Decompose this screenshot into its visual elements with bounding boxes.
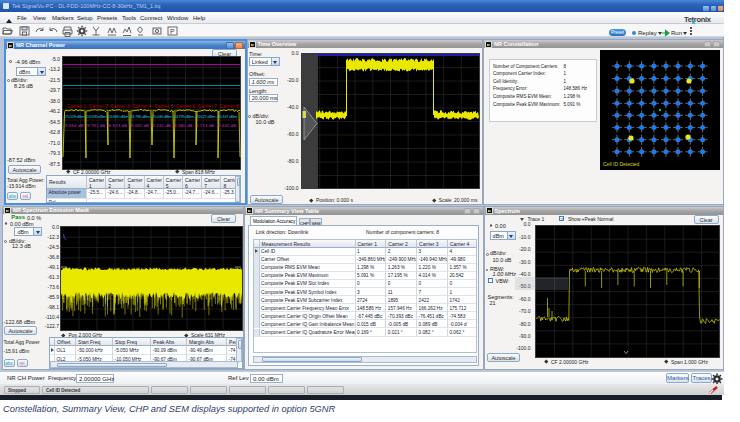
svg-text:-24.695 dBm: -24.695 dBm xyxy=(85,114,107,119)
svg-text:-9.654 dB: -9.654 dB xyxy=(64,123,84,128)
svg-text:-25.347 dBm: -25.347 dBm xyxy=(216,114,238,119)
svg-text:-24.795 dBm: -24.795 dBm xyxy=(173,114,195,119)
svg-text:-9.080 dB: -9.080 dB xyxy=(173,123,193,128)
svg-text:Carrier 5: Carrier 5 xyxy=(154,104,173,109)
svg-text:-9.082 dB: -9.082 dB xyxy=(129,123,149,128)
svg-text:Carrier 3: Carrier 3 xyxy=(111,104,130,109)
svg-text:-9.432 dB: -9.432 dB xyxy=(216,123,236,128)
svg-text:-25.046 dBm: -25.046 dBm xyxy=(151,114,173,119)
svg-text:-9.781 dB: -9.781 dB xyxy=(85,123,105,128)
svg-text:Cell ID Detected: Cell ID Detected xyxy=(603,161,640,167)
svg-text:Carrier 6: Carrier 6 xyxy=(176,104,195,109)
svg-text:-9.132 dB: -9.132 dB xyxy=(151,123,171,128)
svg-text:Carrier 4: Carrier 4 xyxy=(132,104,151,109)
svg-text:-25.528 dBm: -25.528 dBm xyxy=(64,114,86,119)
svg-text:-24.796 dBm: -24.796 dBm xyxy=(129,114,151,119)
svg-text:Carrier 1: Carrier 1 xyxy=(67,104,86,109)
svg-text:Carrier 7: Carrier 7 xyxy=(198,104,217,109)
svg-text:-24.627 dBm: -24.627 dBm xyxy=(194,114,216,119)
svg-text:Carrier 8: Carrier 8 xyxy=(220,104,239,109)
svg-text:-24.880 dBm: -24.880 dBm xyxy=(107,114,129,119)
svg-text:Carrier 2: Carrier 2 xyxy=(89,104,108,109)
svg-text:P: P xyxy=(170,28,175,35)
svg-text:-9.713 dB: -9.713 dB xyxy=(194,123,214,128)
svg-text:-8.974 dB: -8.974 dB xyxy=(107,123,127,128)
